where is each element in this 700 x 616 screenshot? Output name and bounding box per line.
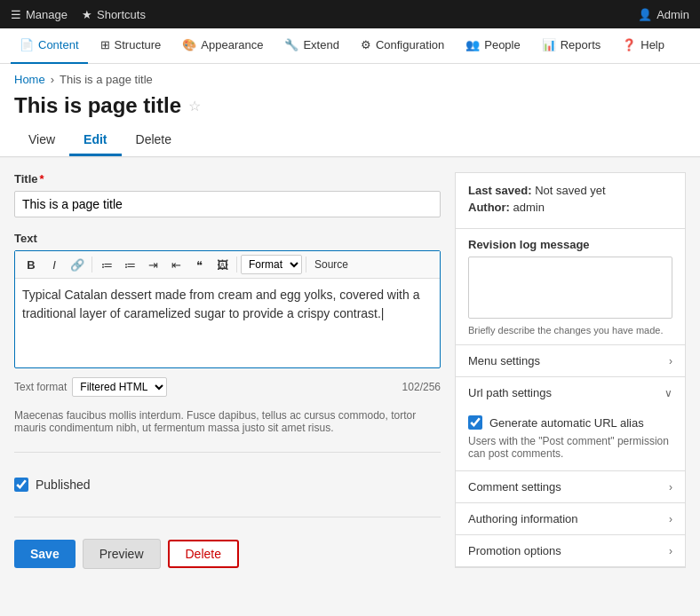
sidebar-info: Last saved: Not saved yet Author: admin (456, 173, 685, 229)
star-icon: ★ (82, 8, 92, 21)
numbered-list-button[interactable]: ≔ (119, 255, 140, 274)
published-row: Published (14, 470, 441, 499)
accordion-promotion-label: Promotion options (468, 544, 561, 557)
editor-toolbar: B I 🔗 ≔ ≔ ⇥ ⇤ ❝ 🖼 Format Source (15, 251, 440, 279)
accordion-authoring-label: Authoring information (468, 512, 578, 525)
url-alias-checkbox[interactable] (468, 415, 482, 430)
accordion-promotion-header[interactable]: Promotion options › (456, 535, 685, 566)
content-icon: 📄 (20, 38, 34, 51)
manage-label: Manage (26, 8, 68, 21)
source-button[interactable]: Source (310, 255, 353, 274)
accordion-comment-header[interactable]: Comment settings › (456, 471, 685, 502)
image-button[interactable]: 🖼 (211, 255, 233, 274)
italic-button[interactable]: I (44, 255, 65, 274)
accordion-menu-header[interactable]: Menu settings › (456, 345, 685, 376)
admin-label: Admin (656, 8, 689, 21)
tab-delete[interactable]: Delete (122, 125, 186, 156)
author-row: Author: admin (468, 201, 672, 214)
text-label: Text (14, 232, 441, 245)
right-sidebar: Last saved: Not saved yet Author: admin … (455, 172, 686, 616)
editor-cursor (381, 306, 385, 320)
revision-helper-text: Briefly describe the changes you have ma… (468, 325, 672, 336)
page-title: This is page title (14, 93, 181, 118)
accordion-url-label: Url path settings (468, 386, 552, 399)
author-label: Author: (468, 201, 510, 214)
last-saved-value: Not saved yet (535, 184, 606, 197)
accordion-comment-settings: Comment settings › (456, 471, 685, 503)
revision-log-section: Revision log message Briefly describe th… (456, 229, 685, 345)
people-icon: 👥 (465, 38, 480, 51)
toolbar-separator-1 (91, 257, 92, 272)
text-format-label: Text format (14, 381, 67, 393)
nav-people[interactable]: 👥 People (457, 28, 529, 64)
char-count: 102/256 (402, 381, 441, 393)
delete-button[interactable]: Delete (168, 540, 239, 568)
revision-log-input[interactable] (468, 257, 672, 319)
url-alias-label: Generate automatic URL alias (489, 416, 644, 430)
shortcuts-label: Shortcuts (97, 8, 146, 21)
help-icon: ❓ (622, 38, 636, 51)
breadcrumb-home[interactable]: Home (14, 73, 45, 86)
form-divider (14, 452, 441, 453)
buttons-divider (14, 517, 441, 517)
action-buttons: Save Preview Delete (14, 535, 441, 569)
nav-extend[interactable]: 🔧 Extend (275, 28, 347, 64)
tabs: View Edit Delete (0, 125, 700, 157)
extend-icon: 🔧 (284, 38, 298, 51)
nav-reports[interactable]: 📊 Reports (533, 28, 610, 64)
text-field-group: Text B I 🔗 ≔ ≔ ⇥ ⇤ ❝ 🖼 Format (14, 232, 441, 434)
configuration-icon: ⚙ (361, 38, 371, 51)
breadcrumb: Home › This is a page title (0, 64, 700, 90)
published-checkbox[interactable] (14, 478, 28, 492)
chevron-right-icon-4: › (669, 545, 672, 557)
text-format-row: Text format Filtered HTML 102/256 (14, 374, 441, 400)
admin-user[interactable]: 👤 Admin (638, 8, 689, 21)
title-input[interactable] (14, 191, 441, 217)
tab-edit[interactable]: Edit (69, 125, 121, 156)
bullet-list-button[interactable]: ≔ (96, 255, 117, 274)
url-alias-note: Users with the "Post comment" permission… (468, 435, 672, 460)
text-format-select[interactable]: Filtered HTML (72, 377, 167, 397)
accordion-promotion: Promotion options › (456, 535, 685, 567)
nav-content[interactable]: 📄 Content (11, 28, 88, 64)
nav-configuration[interactable]: ⚙ Configuration (352, 28, 453, 64)
bold-button[interactable]: B (20, 255, 42, 274)
toolbar-separator-3 (306, 257, 306, 272)
last-saved-row: Last saved: Not saved yet (468, 184, 672, 197)
save-button[interactable]: Save (14, 540, 76, 568)
rich-text-editor: B I 🔗 ≔ ≔ ⇥ ⇤ ❝ 🖼 Format Source (14, 250, 441, 368)
editor-helper-text: Maecenas faucibus mollis interdum. Fusce… (14, 409, 441, 434)
admin-bar: ☰ Manage ★ Shortcuts 👤 Admin (0, 0, 700, 28)
preview-button[interactable]: Preview (83, 539, 161, 569)
toolbar-separator-2 (236, 257, 237, 272)
outdent-button[interactable]: ⇤ (165, 255, 187, 274)
appearance-icon: 🎨 (182, 38, 196, 51)
shortcuts-button[interactable]: ★ Shortcuts (82, 8, 146, 21)
nav-help[interactable]: ❓ Help (613, 28, 673, 64)
editor-content: Typical Catalan dessert made from cream … (22, 288, 419, 320)
accordion-authoring-header[interactable]: Authoring information › (456, 503, 685, 534)
favorite-icon[interactable]: ☆ (188, 98, 201, 115)
accordion-url-header[interactable]: Url path settings ∨ (456, 377, 685, 408)
admin-bar-left: ☰ Manage ★ Shortcuts (11, 8, 146, 21)
tab-view[interactable]: View (14, 125, 69, 156)
breadcrumb-current: This is a page title (60, 73, 153, 86)
chevron-right-icon-3: › (669, 513, 672, 525)
blockquote-button[interactable]: ❝ (188, 255, 210, 274)
chevron-down-icon: ∨ (664, 387, 672, 399)
format-dropdown[interactable]: Format (241, 255, 302, 274)
indent-button[interactable]: ⇥ (142, 255, 163, 274)
url-alias-row: Generate automatic URL alias (468, 415, 672, 430)
nav-structure[interactable]: ⊞ Structure (91, 28, 171, 64)
manage-button[interactable]: ☰ Manage (11, 8, 68, 21)
left-panel: Title* Text B I 🔗 ≔ ≔ ⇥ ⇤ ❝ 🖼 (14, 172, 441, 616)
title-label: Title* (14, 172, 441, 186)
accordion-menu-settings: Menu settings › (456, 345, 685, 377)
sidebar-card: Last saved: Not saved yet Author: admin … (455, 172, 686, 568)
accordion-comment-label: Comment settings (468, 480, 561, 494)
author-value: admin (513, 201, 545, 214)
nav-appearance[interactable]: 🎨 Appearance (173, 28, 272, 64)
link-button[interactable]: 🔗 (67, 255, 88, 274)
editor-body[interactable]: Typical Catalan dessert made from cream … (15, 279, 440, 367)
last-saved-label: Last saved: (468, 184, 532, 197)
